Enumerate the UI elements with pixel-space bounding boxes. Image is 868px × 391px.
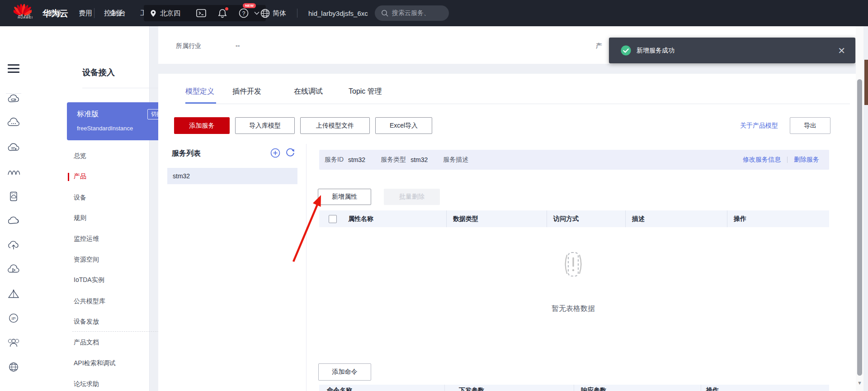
command-table-header-clipped: 命令名称 下发参数 响应参数 操作 xyxy=(319,385,829,391)
help-icon[interactable]: ? NEW xyxy=(239,8,249,18)
sidebar-link-forum-help[interactable]: 论坛求助 xyxy=(74,380,169,389)
cloud-settings-icon[interactable] xyxy=(7,142,20,153)
delete-service-link[interactable]: 删除服务 xyxy=(794,156,819,164)
export-button[interactable]: 导出 xyxy=(790,117,830,134)
clipped-text: 产 xyxy=(596,42,602,50)
edit-service-link[interactable]: 修改服务信息 xyxy=(743,156,781,164)
add-service-button[interactable]: 添加服务 xyxy=(174,117,230,134)
column-description: 描述 xyxy=(625,210,727,227)
account-username[interactable]: hid_larby3djsfs_6xc xyxy=(308,10,368,17)
instance-card: 标准版 切换 freeStandardInstance xyxy=(67,102,170,140)
refresh-icon[interactable] xyxy=(285,148,295,158)
service-list-title: 服务列表 xyxy=(172,149,201,158)
brand-name[interactable]: 华为云 xyxy=(42,8,68,19)
sidebar-link-api-explorer[interactable]: API检索和调试 xyxy=(74,359,169,368)
service-list-item-stm32[interactable]: stm32 xyxy=(167,168,297,184)
waves-icon[interactable] xyxy=(7,166,20,178)
icon-rail: IP xyxy=(0,26,28,391)
nav-divider xyxy=(297,9,297,18)
add-property-button[interactable]: 新增属性 xyxy=(318,189,371,205)
column-data-type: 数据类型 xyxy=(446,210,547,227)
page-scrollbar-thumb[interactable] xyxy=(857,79,862,376)
sidebar-item-devices[interactable]: 设备 xyxy=(74,194,169,203)
hamburger-menu-icon[interactable] xyxy=(8,64,19,73)
sidebar-item-products[interactable]: 产品 xyxy=(74,172,169,181)
tab-plugin-development[interactable]: 插件开发 xyxy=(232,87,261,96)
active-indicator-bar xyxy=(68,173,69,181)
chevron-down-icon xyxy=(254,11,259,15)
header-checkbox-cell xyxy=(319,210,342,227)
sidebar-item-overview[interactable]: 总览 xyxy=(74,152,169,161)
industry-label: 所属行业 xyxy=(176,42,201,50)
region-name: 北京四 xyxy=(160,9,180,18)
search-input[interactable]: 搜索云服务、 xyxy=(375,5,449,21)
toast-close-icon[interactable]: ✕ xyxy=(838,45,845,56)
service-desc-label: 服务描述 xyxy=(443,156,468,164)
service-id-label: 服务ID xyxy=(325,156,344,164)
success-toast: 新增服务成功 ✕ xyxy=(609,38,855,63)
instance-edition: 标准版 xyxy=(77,110,99,119)
edge-banner-sliver xyxy=(864,60,868,105)
service-type-label: 服务类型 xyxy=(381,156,406,164)
logo-caption: HUAWEI xyxy=(14,16,37,19)
top-nav: HUAWEI 华为云 控制台 北京四 搜索云服务、 备案 资源 费用 xyxy=(0,0,868,26)
search-icon xyxy=(381,10,388,17)
location-pin-icon xyxy=(150,10,156,17)
select-all-checkbox[interactable] xyxy=(329,215,337,223)
sidebar-item-resource-spaces[interactable]: 资源空间 xyxy=(74,256,169,265)
notifications-bell-icon[interactable] xyxy=(218,9,227,18)
sidebar-item-monitoring[interactable]: 监控运维 xyxy=(74,235,169,244)
success-check-icon xyxy=(621,45,631,56)
upload-model-file-button[interactable]: 上传模型文件 xyxy=(300,117,370,134)
ip-icon[interactable]: IP xyxy=(7,312,20,324)
tab-bottom-border xyxy=(185,104,850,104)
panel-divider xyxy=(306,144,307,391)
cloud-play-icon[interactable] xyxy=(7,264,20,276)
scrollbar-down-arrow[interactable]: ▼ xyxy=(856,380,863,387)
column-command-name: 命令名称 xyxy=(327,386,352,391)
sidebar-item-device-provisioning[interactable]: 设备发放 xyxy=(74,318,169,327)
link-divider xyxy=(787,157,788,163)
console-link[interactable]: 控制台 xyxy=(104,9,126,18)
empty-table-text: 暂无表格数据 xyxy=(533,304,613,314)
cli-terminal-icon[interactable] xyxy=(196,9,206,18)
tab-model-definition[interactable]: 模型定义 xyxy=(185,87,214,96)
service-info-bar: 服务ID stm32 服务类型 stm32 服务描述 修改服务信息 删除服务 xyxy=(319,150,829,170)
service-type-value: stm32 xyxy=(410,156,428,163)
property-table-header: 属性名称 数据类型 访问方式 描述 操作 xyxy=(319,210,829,227)
svg-text:?: ? xyxy=(242,10,245,17)
sidebar-link-product-docs[interactable]: 产品文档 xyxy=(74,339,169,348)
column-actions: 操作 xyxy=(727,210,829,227)
sidebar-item-iotda-instances[interactable]: IoTDA实例 xyxy=(74,276,169,285)
cloud-ellipsis-icon[interactable] xyxy=(7,117,20,129)
tab-online-debugging[interactable]: 在线调试 xyxy=(294,87,323,96)
cloud-server-icon[interactable] xyxy=(7,93,20,105)
nav-link-billing[interactable]: 费用 xyxy=(79,9,92,18)
cloud-icon[interactable] xyxy=(7,215,20,227)
huawei-cloud-console: HUAWEI 华为云 控制台 北京四 搜索云服务、 备案 资源 费用 xyxy=(0,0,868,391)
add-command-button[interactable]: 添加命令 xyxy=(318,363,371,381)
empty-table-icon xyxy=(557,252,589,280)
tab-topic-management[interactable]: Topic 管理 xyxy=(349,87,382,96)
cloud-upload-icon[interactable] xyxy=(7,239,20,251)
add-service-plus-icon[interactable] xyxy=(270,148,280,158)
sidebar-item-public-model-library[interactable]: 公共模型库 xyxy=(74,297,169,306)
language-globe-icon[interactable] xyxy=(260,9,270,18)
sidebar-title-divider xyxy=(82,88,163,88)
globe-grid-icon[interactable] xyxy=(7,361,20,373)
column-access-mode: 访问方式 xyxy=(547,210,625,227)
huawei-logo[interactable]: HUAWEI xyxy=(14,2,37,25)
prism-icon[interactable] xyxy=(7,288,20,300)
storage-card-icon[interactable] xyxy=(7,191,20,202)
import-library-model-button[interactable]: 导入库模型 xyxy=(235,117,295,134)
service-id-value: stm32 xyxy=(348,156,365,163)
about-product-model-link[interactable]: 关于产品模型 xyxy=(740,122,778,130)
huawei-flower-icon xyxy=(14,2,32,17)
excel-import-button[interactable]: Excel导入 xyxy=(375,117,432,134)
users-icon[interactable] xyxy=(7,337,20,348)
column-property-name: 属性名称 xyxy=(342,210,446,227)
sidebar-item-rules[interactable]: 规则 xyxy=(74,214,169,223)
nav-divider xyxy=(94,8,94,18)
locale-label[interactable]: 简体 xyxy=(273,9,286,18)
batch-delete-button: 批量删除 xyxy=(384,189,440,205)
